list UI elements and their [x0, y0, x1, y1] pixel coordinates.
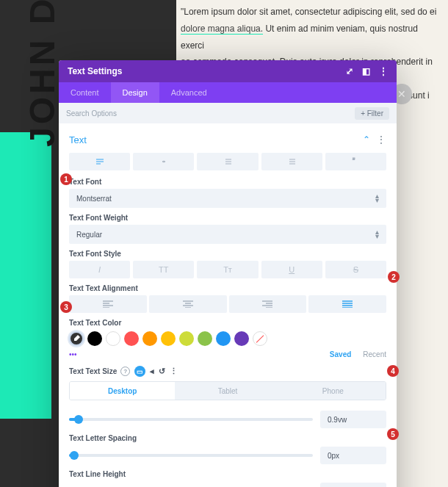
search-options[interactable]: Search Options + Filter	[59, 103, 397, 123]
swatch-white[interactable]	[106, 331, 120, 346]
swatch-lime[interactable]	[179, 331, 194, 346]
swatch-amber[interactable]	[161, 331, 176, 346]
weight-select[interactable]: Regular ▴▾	[69, 225, 386, 244]
tab-design[interactable]: Design	[111, 82, 159, 103]
swatch-none[interactable]	[253, 331, 267, 346]
svg-text:”: ”	[353, 157, 355, 165]
color-label: Text Text Color	[69, 319, 386, 327]
marker-2: 2	[388, 271, 400, 283]
marker-3: 3	[60, 301, 72, 313]
tab-content[interactable]: Content	[59, 82, 111, 103]
color-tab-recent[interactable]: Recent	[363, 350, 386, 358]
filter-button[interactable]: + Filter	[355, 107, 389, 120]
line-height-label: Text Line Height	[69, 470, 386, 478]
line-height-value[interactable]: 2.5em	[320, 483, 386, 487]
select-arrows-icon: ▴▾	[375, 194, 379, 203]
align-justify[interactable]	[308, 295, 386, 313]
style-italic[interactable]: I	[69, 261, 130, 278]
style-label: Text Font Style	[69, 250, 386, 258]
section-text[interactable]: Text ⌃⋮	[69, 129, 386, 150]
style-strike[interactable]: S	[325, 261, 386, 278]
person-name: JOHN DOE	[22, 0, 62, 147]
text-type-row: ”	[69, 153, 386, 170]
menu-icon[interactable]: ⋮	[170, 367, 178, 376]
layout-icon[interactable]: ◧	[362, 66, 370, 76]
text-type-ol[interactable]	[261, 153, 322, 170]
align-center[interactable]	[149, 295, 227, 313]
modal-tabs: Content Design Advanced	[59, 82, 397, 103]
align-left[interactable]	[69, 295, 147, 313]
color-tab-saved[interactable]: Saved	[330, 350, 351, 358]
marker-4: 4	[387, 365, 399, 377]
menu-dots-icon[interactable]: ⋮	[379, 66, 388, 76]
size-value[interactable]: 0.9vw	[320, 411, 386, 428]
align-right[interactable]	[229, 295, 307, 313]
section-menu-icon[interactable]: ⋮	[376, 134, 386, 145]
device-phone[interactable]: Phone	[281, 382, 386, 400]
font-select[interactable]: Montserrat ▴▾	[69, 189, 386, 208]
swatch-black[interactable]	[87, 331, 102, 346]
reset-icon[interactable]: ↺	[159, 367, 165, 376]
chevron-up-icon[interactable]: ⌃	[363, 134, 370, 145]
style-underline[interactable]: U	[261, 261, 322, 278]
weight-label: Text Font Weight	[69, 214, 386, 222]
align-label: Text Text Alignment	[69, 284, 386, 292]
modal-header[interactable]: Text Settings ⤢ ◧ ⋮	[59, 60, 397, 82]
swatch-green[interactable]	[198, 331, 212, 346]
hover-icon[interactable]: ◂	[150, 367, 154, 376]
search-placeholder: Search Options	[66, 109, 117, 118]
font-label: Text Font	[69, 178, 386, 186]
size-label: Text Text Size	[69, 367, 117, 375]
select-arrows-icon: ▴▾	[375, 230, 379, 239]
text-type-quote[interactable]: ”	[325, 153, 386, 170]
text-settings-modal: Text Settings ⤢ ◧ ⋮ Content Design Advan…	[59, 60, 397, 487]
spacing-slider[interactable]	[69, 454, 313, 457]
color-more-icon[interactable]: •••	[69, 350, 77, 358]
marker-5: 5	[387, 428, 399, 440]
responsive-icon[interactable]: ▭	[134, 366, 145, 377]
expand-icon[interactable]: ⤢	[346, 66, 353, 76]
style-uppercase[interactable]: TT	[133, 261, 194, 278]
modal-title: Text Settings	[68, 66, 122, 76]
help-icon[interactable]: ?	[120, 367, 130, 376]
swatch-blue[interactable]	[216, 331, 231, 346]
spacing-label: Text Letter Spacing	[69, 434, 386, 442]
device-desktop[interactable]: Desktop	[70, 382, 175, 400]
swatch-orange[interactable]	[142, 331, 157, 346]
text-type-paragraph[interactable]	[69, 153, 130, 170]
text-type-link[interactable]	[133, 153, 194, 170]
color-picker-icon[interactable]	[69, 331, 84, 346]
marker-1: 1	[60, 173, 72, 185]
device-tablet[interactable]: Tablet	[175, 382, 280, 400]
size-slider[interactable]	[69, 418, 313, 421]
color-swatches	[69, 331, 386, 346]
spacing-value[interactable]: 0px	[320, 447, 386, 464]
swatch-red[interactable]	[124, 331, 139, 346]
tab-advanced[interactable]: Advanced	[159, 82, 219, 103]
swatch-purple[interactable]	[234, 331, 249, 346]
style-capitalize[interactable]: Tт	[197, 261, 258, 278]
text-type-ul[interactable]	[197, 153, 258, 170]
